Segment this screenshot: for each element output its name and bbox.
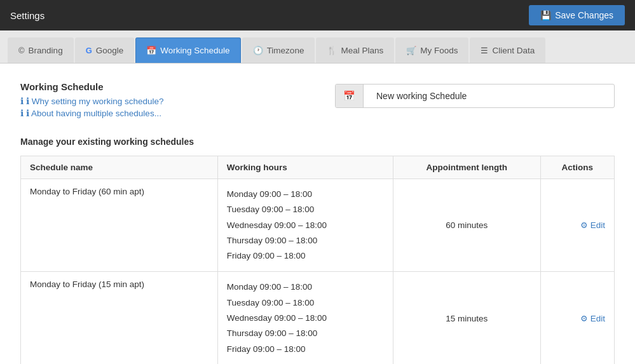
tab-my-foods[interactable]: 🛒 My Foods xyxy=(395,37,468,63)
save-icon: 💾 xyxy=(540,10,551,20)
main-content: Working Schedule ℹℹ Why setting my worki… xyxy=(0,64,635,364)
table-row: Monday to Friday (60 min apt) Monday 09:… xyxy=(21,179,615,272)
gear-icon-1: ⚙ xyxy=(580,220,588,230)
new-working-schedule-button[interactable]: 📅 New working Schedule xyxy=(335,84,615,108)
tab-timezone[interactable]: 🕐 Timezone xyxy=(242,37,315,63)
table-row: Monday to Friday (15 min apt) Monday 09:… xyxy=(21,272,615,364)
actions-2: ⚙ Edit xyxy=(540,272,614,364)
working-hours-1: Monday 09:00 – 18:00 Tuesday 09:00 – 18:… xyxy=(217,179,393,272)
tab-client-data[interactable]: ☰ Client Data xyxy=(470,37,545,63)
appointment-length-2: 15 minutes xyxy=(393,272,540,364)
calendar-new-icon: 📅 xyxy=(336,84,364,107)
tab-branding[interactable]: © Branding xyxy=(8,37,74,63)
tab-google[interactable]: G Google xyxy=(75,37,135,63)
tab-client-data-label: Client Data xyxy=(492,46,535,55)
section-title: Working Schedule xyxy=(20,81,164,92)
manage-label: Manage your existing working schedules xyxy=(20,137,615,147)
tab-meal-plans[interactable]: 🍴 Meal Plans xyxy=(316,37,394,63)
tab-my-foods-label: My Foods xyxy=(420,46,458,55)
col-header-actions: Actions xyxy=(540,156,614,179)
multiple-schedules-link[interactable]: ℹℹ About having multiple schedules... xyxy=(20,108,164,118)
why-setting-link[interactable]: ℹℹ Why setting my working schedule? xyxy=(20,96,164,106)
table-header-row: Schedule name Working hours Appointment … xyxy=(21,156,615,179)
edit-button-1[interactable]: ⚙ Edit xyxy=(550,220,605,230)
actions-1: ⚙ Edit xyxy=(540,179,614,272)
foods-icon: 🛒 xyxy=(406,46,416,55)
tab-working-schedule-label: Working Schedule xyxy=(160,46,229,55)
calendar-icon: 📅 xyxy=(146,46,156,55)
tab-working-schedule[interactable]: 📅 Working Schedule xyxy=(135,37,240,63)
tab-meal-plans-label: Meal Plans xyxy=(341,46,383,55)
working-hours-2: Monday 09:00 – 18:00 Tuesday 09:00 – 18:… xyxy=(217,272,393,364)
schedule-name-2: Monday to Friday (15 min apt) xyxy=(21,272,218,364)
section-header: Working Schedule ℹℹ Why setting my worki… xyxy=(20,81,164,120)
appointment-length-1: 60 minutes xyxy=(393,179,540,272)
gear-icon-2: ⚙ xyxy=(580,314,588,323)
schedule-table: Schedule name Working hours Appointment … xyxy=(20,156,615,364)
edit-button-2[interactable]: ⚙ Edit xyxy=(550,314,605,323)
timezone-icon: 🕐 xyxy=(253,46,263,55)
tab-google-label: Google xyxy=(96,46,124,55)
tab-branding-label: Branding xyxy=(29,46,63,55)
meal-icon: 🍴 xyxy=(327,46,337,55)
branding-icon: © xyxy=(18,46,25,55)
schedule-name-1: Monday to Friday (60 min apt) xyxy=(21,179,218,272)
top-bar: Settings 💾 Save Changes xyxy=(0,0,635,30)
client-data-icon: ☰ xyxy=(481,46,488,55)
tab-bar: © Branding G Google 📅 Working Schedule 🕐… xyxy=(0,30,635,64)
save-changes-button[interactable]: 💾 Save Changes xyxy=(529,5,625,25)
app-title: Settings xyxy=(10,10,44,21)
info-icon-1: ℹ xyxy=(20,97,24,106)
save-label: Save Changes xyxy=(555,10,613,20)
col-header-schedule-name: Schedule name xyxy=(21,156,218,179)
info-icon-2: ℹ xyxy=(20,109,24,118)
col-header-working-hours: Working hours xyxy=(217,156,393,179)
col-header-appointment-length: Appointment length xyxy=(393,156,540,179)
tab-timezone-label: Timezone xyxy=(267,46,304,55)
google-icon: G xyxy=(86,46,92,55)
new-schedule-label: New working Schedule xyxy=(364,85,479,107)
